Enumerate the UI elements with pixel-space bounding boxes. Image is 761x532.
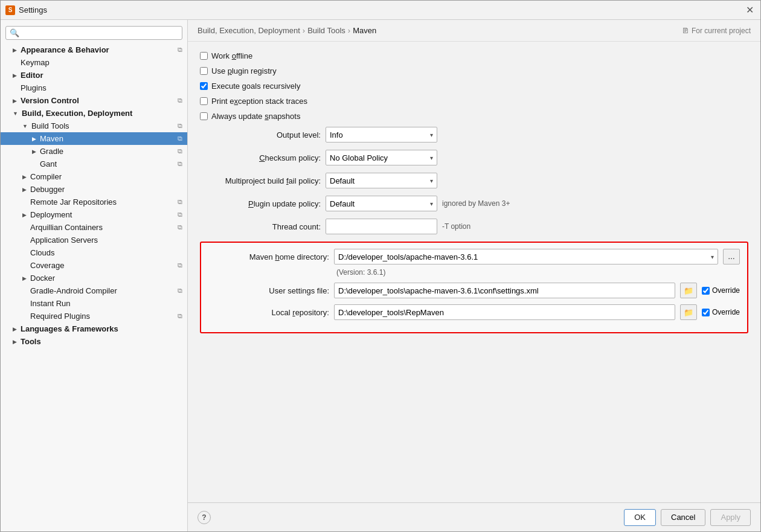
user-settings-label: User settings file: [208, 286, 329, 295]
sidebar-item-appearance[interactable]: ▶ Appearance & Behavior ⧉ [1, 43, 187, 56]
chevron-right-icon: ▶ [22, 275, 27, 281]
copy-icon: ⧉ [178, 135, 182, 143]
sidebar-item-tools[interactable]: ▶ Tools [1, 335, 187, 348]
sidebar-item-gant[interactable]: ▶ Gant ⧉ [1, 158, 187, 170]
search-input[interactable] [22, 28, 178, 37]
search-icon: 🔍 [10, 28, 19, 37]
execute-goals-label[interactable]: Execute goals recursively [211, 82, 300, 91]
sidebar-item-label: Build Tools [31, 121, 69, 130]
sidebar-item-label: Tools [21, 337, 41, 346]
breadcrumb-sep1: › [303, 26, 305, 35]
local-repo-override-checkbox[interactable] [702, 309, 710, 316]
sidebar-item-instant-run[interactable]: ▶ Instant Run [1, 297, 187, 310]
maven-version-note: (Version: 3.6.1) [208, 268, 740, 277]
maven-home-browse-button[interactable]: … [723, 249, 740, 264]
multiproject-fail-row: Multiproject build fail policy: Default … [200, 173, 748, 188]
plugin-update-label: Plugin update policy: [200, 199, 321, 208]
sidebar-item-editor[interactable]: ▶ Editor [1, 69, 187, 82]
print-exception-label[interactable]: Print exception stack traces [211, 97, 307, 106]
sidebar-item-plugins[interactable]: ▶ Plugins [1, 82, 187, 94]
sidebar-item-coverage[interactable]: ▶ Coverage ⧉ [1, 259, 187, 272]
user-settings-override-checkbox[interactable] [702, 287, 710, 295]
sidebar-item-gradle[interactable]: ▶ Gradle ⧉ [1, 145, 187, 158]
maven-home-dropdown[interactable]: D:/developer_tools/apache-maven-3.6.1 ▾ [334, 249, 718, 264]
use-plugin-registry-checkbox[interactable] [200, 67, 208, 75]
checksum-policy-dropdown[interactable]: No Global Policy ▾ [326, 150, 437, 165]
sidebar-item-compiler[interactable]: ▶ Compiler [1, 170, 187, 183]
sidebar-item-keymap[interactable]: ▶ Keymap [1, 56, 187, 69]
work-offline-label[interactable]: Work offline [211, 51, 252, 60]
sidebar-item-label: Gradle [40, 147, 63, 156]
cancel-button[interactable]: Cancel [661, 509, 705, 526]
thread-count-input[interactable] [326, 219, 437, 234]
local-repo-row: Local repository: 📁 Override [208, 304, 740, 320]
search-box[interactable]: 🔍 [5, 26, 182, 40]
sidebar-item-label: Compiler [30, 172, 62, 181]
sidebar-item-debugger[interactable]: ▶ Debugger [1, 183, 187, 196]
sidebar-item-maven[interactable]: ▶ Maven ⧉ [1, 132, 187, 145]
use-plugin-registry-label[interactable]: Use plugin registry [211, 66, 277, 75]
user-settings-browse-button[interactable]: 📁 [680, 283, 697, 298]
copy-icon: ⧉ [178, 261, 182, 269]
print-exception-checkbox[interactable] [200, 97, 208, 105]
sidebar-item-clouds[interactable]: ▶ Clouds [1, 246, 187, 259]
sidebar-item-label: Arquillian Containers [30, 223, 103, 232]
sidebar-item-required-plugins[interactable]: ▶ Required Plugins ⧉ [1, 310, 187, 322]
settings-dialog: S Settings ✕ 🔍 ▶ Appearance & Behavior ⧉… [0, 0, 761, 532]
project-note-text: For current project [692, 27, 751, 35]
title-bar: S Settings ✕ [1, 1, 760, 20]
always-update-label[interactable]: Always update snapshots [211, 112, 300, 121]
sidebar-item-remote-jar[interactable]: ▶ Remote Jar Repositories ⧉ [1, 196, 187, 208]
sidebar-item-label: Debugger [30, 185, 65, 194]
chevron-right-icon: ▶ [13, 47, 17, 53]
output-level-dropdown[interactable]: Info ▾ [326, 127, 437, 143]
sidebar-item-build-exec-deploy[interactable]: ▼ Build, Execution, Deployment [1, 107, 187, 120]
use-plugin-registry-row: Use plugin registry [200, 66, 748, 75]
sidebar-item-label: Appearance & Behavior [21, 45, 109, 54]
chevron-right-icon: ▶ [13, 326, 17, 332]
sidebar-item-docker[interactable]: ▶ Docker [1, 272, 187, 284]
help-button[interactable]: ? [197, 511, 211, 524]
ok-button[interactable]: OK [624, 509, 656, 526]
sidebar-item-label: Clouds [30, 248, 54, 257]
local-repo-override[interactable]: Override [702, 308, 740, 316]
local-repo-label: Local repository: [208, 308, 329, 317]
chevron-down-icon: ▾ [430, 132, 433, 138]
chevron-right-icon: ▶ [13, 339, 17, 345]
main-content: 🔍 ▶ Appearance & Behavior ⧉ ▶ Keymap ▶ E… [1, 20, 760, 531]
copy-icon: ⧉ [178, 287, 182, 295]
always-update-checkbox[interactable] [200, 112, 208, 120]
copy-icon: ⧉ [178, 46, 182, 54]
sidebar-item-version-control[interactable]: ▶ Version Control ⧉ [1, 94, 187, 107]
plugin-update-row: Plugin update policy: Default ▾ ignored … [200, 196, 748, 211]
user-settings-input[interactable] [334, 283, 675, 298]
sidebar-item-app-servers[interactable]: ▶ Application Servers [1, 234, 187, 246]
local-repo-input[interactable] [334, 304, 675, 320]
copy-icon: ⧉ [178, 97, 182, 104]
print-exception-row: Print exception stack traces [200, 97, 748, 106]
work-offline-checkbox[interactable] [200, 52, 208, 60]
output-level-row: Output level: Info ▾ [200, 127, 748, 143]
copy-icon: ⧉ [178, 223, 182, 231]
action-buttons: OK Cancel Apply [624, 509, 751, 526]
sidebar-item-deployment[interactable]: ▶ Deployment ⧉ [1, 208, 187, 221]
sidebar-item-label: Keymap [21, 58, 50, 67]
plugin-update-dropdown[interactable]: Default ▾ [326, 196, 437, 211]
execute-goals-checkbox[interactable] [200, 82, 208, 90]
apply-button[interactable]: Apply [710, 509, 751, 526]
sidebar-item-languages[interactable]: ▶ Languages & Frameworks [1, 322, 187, 335]
checksum-policy-value: No Global Policy [330, 153, 388, 162]
breadcrumb-project-note: 🖹 For current project [682, 27, 751, 35]
multiproject-fail-value: Default [330, 176, 355, 185]
user-settings-override[interactable]: Override [702, 286, 740, 295]
sidebar-item-arquillian[interactable]: ▶ Arquillian Containers ⧉ [1, 221, 187, 234]
maven-home-value: D:/developer_tools/apache-maven-3.6.1 [338, 252, 478, 261]
multiproject-fail-dropdown[interactable]: Default ▾ [326, 173, 437, 188]
sidebar-item-label: Deployment [30, 210, 72, 219]
local-repo-browse-button[interactable]: 📁 [680, 304, 697, 320]
title-bar-left: S Settings [5, 5, 47, 15]
sidebar-item-build-tools[interactable]: ▼ Build Tools ⧉ [1, 120, 187, 132]
close-button[interactable]: ✕ [743, 4, 756, 16]
sidebar-item-gradle-android[interactable]: ▶ Gradle-Android Compiler ⧉ [1, 284, 187, 297]
multiproject-fail-label: Multiproject build fail policy: [200, 176, 321, 185]
